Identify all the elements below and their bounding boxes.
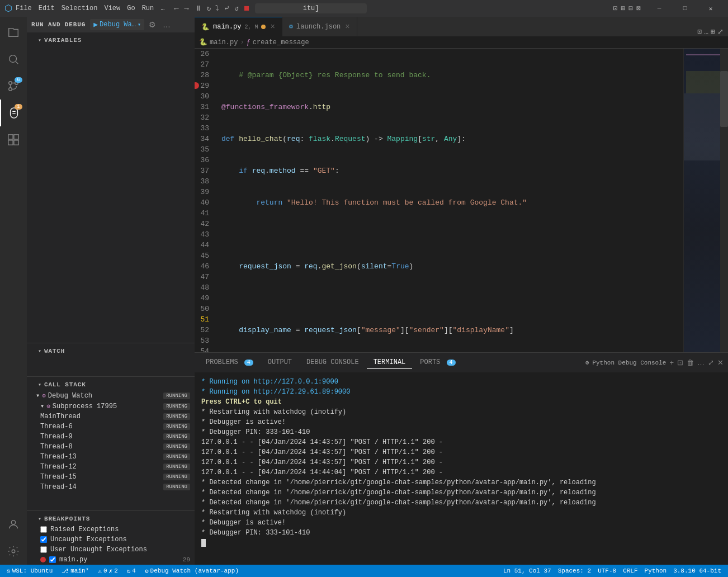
bp-user-uncaught[interactable]: User Uncaught Exceptions (27, 545, 195, 555)
menu-selection[interactable]: Selection (62, 4, 98, 12)
activity-extensions[interactable] (0, 126, 27, 153)
nav-back-button[interactable]: ← (172, 4, 180, 13)
thread-label: Thread-13 (40, 453, 77, 461)
bp-uncaught-exceptions-label: Uncaught Exceptions (50, 536, 127, 543)
panel-tab-ports[interactable]: PORTS 4 (413, 356, 462, 369)
close-button[interactable]: ✕ (698, 0, 724, 17)
nav-forward-button[interactable]: → (182, 4, 190, 13)
minimap-scrollbar-thumb[interactable] (720, 71, 728, 127)
split-editor-icon[interactable]: ⊡ (698, 27, 702, 36)
panel-split-button[interactable]: ⊡ (677, 358, 683, 367)
panel-more-button[interactable]: … (697, 358, 705, 367)
editor-maximize-icon[interactable]: ⤢ (717, 27, 724, 36)
menu-edit[interactable]: Edit (39, 4, 55, 12)
thread-mainthread[interactable]: MainThread RUNNING (27, 412, 195, 422)
layout2-icon[interactable]: ⊞ (621, 4, 626, 13)
thread-8[interactable]: Thread-8 RUNNING (27, 442, 195, 452)
thread-status: RUNNING (163, 464, 190, 470)
thread-15[interactable]: Thread-15 RUNNING (27, 472, 195, 482)
panel-tab-problems[interactable]: PROBLEMS 4 (199, 356, 260, 369)
debug-more-button[interactable]: … (160, 19, 173, 30)
watch-header[interactable]: ▾ WATCH (27, 343, 195, 357)
status-sync[interactable]: ↻ 4 (124, 567, 139, 575)
layout-icon[interactable]: ⊡ (613, 4, 618, 13)
panel-add-button[interactable]: + (669, 358, 674, 367)
bp-raised-exceptions-checkbox[interactable] (40, 526, 47, 533)
bp-uncaught-exceptions[interactable]: Uncaught Exceptions (27, 535, 195, 545)
callstack-group-debug-watch[interactable]: ▾ ⚙ Debug Watch RUNNING (27, 390, 195, 401)
menu-more[interactable]: … (160, 4, 164, 12)
breakpoints-header[interactable]: ▾ BREAKPOINTS (27, 511, 195, 524)
activity-account[interactable] (0, 511, 27, 538)
thread-14[interactable]: Thread-14 RUNNING (27, 482, 195, 492)
status-sync-label: 4 (132, 567, 136, 574)
terminal-line-9: 127.0.0.1 - - [04/Jan/2024 14:43:57] "PO… (201, 457, 721, 467)
status-errors[interactable]: ⚠ 0 ✗ 2 (94, 567, 121, 575)
panel-maximize-button[interactable]: ⤢ (708, 358, 714, 367)
sync-icon: ↻ (127, 567, 131, 575)
activity-debug[interactable]: 1 (0, 100, 27, 126)
maximize-button[interactable]: □ (672, 0, 698, 17)
bp-uncaught-exceptions-checkbox[interactable] (40, 536, 47, 543)
status-spaces[interactable]: Spaces: 2 (555, 567, 594, 574)
panel-close-button[interactable]: ✕ (717, 358, 724, 367)
thread-12[interactable]: Thread-12 RUNNING (27, 462, 195, 472)
status-language[interactable]: Python (641, 567, 670, 574)
breadcrumb-symbol[interactable]: create_message (253, 39, 309, 46)
menu-file[interactable]: File (16, 4, 32, 12)
layout4-icon[interactable]: ⊠ (636, 4, 641, 13)
activity-settings[interactable] (0, 538, 27, 565)
breadcrumb-file[interactable]: main.py (210, 39, 238, 46)
menu-view[interactable]: View (104, 4, 120, 12)
menu-run[interactable]: Run (142, 4, 154, 12)
tab-mainpy-modified (261, 25, 266, 29)
tab-mainpy[interactable]: 🐍 main.py 2, M × (195, 17, 282, 36)
code-content[interactable]: # @param {Object} res Response to send b… (217, 49, 683, 352)
callstack-subprocess[interactable]: ▾ ⚙ Subprocess 17995 RUNNING (27, 401, 195, 412)
panel-tab-debug-console[interactable]: DEBUG CONSOLE (300, 356, 366, 369)
bp-dot-icon (40, 557, 46, 562)
thread-9[interactable]: Thread-9 RUNNING (27, 432, 195, 442)
status-encoding[interactable]: UTF-8 (594, 567, 620, 574)
code-editor[interactable]: 26 27 28 29 30 31 32 33 34 35 36 37 38 (195, 49, 683, 352)
tab-launchjson-close[interactable]: × (345, 22, 349, 31)
panel-tab-output[interactable]: OUTPUT (261, 356, 299, 369)
activity-search[interactable] (0, 46, 27, 73)
menu-go[interactable]: Go (127, 4, 135, 12)
status-eol[interactable]: CRLF (620, 567, 641, 574)
layout3-icon[interactable]: ⊟ (628, 4, 633, 13)
debug-stepover-icon: ⤵ (215, 4, 219, 13)
panel-console-label: Python Debug Console (592, 360, 666, 366)
minimize-button[interactable]: ─ (646, 0, 672, 17)
json-file-icon: ⚙ (289, 22, 293, 31)
bp-mainpy-label: main.py (59, 556, 87, 564)
activity-explorer[interactable] (0, 19, 27, 46)
terminal-line-16: * Debugger PIN: 333-101-410 (201, 528, 721, 538)
panel-tab-terminal[interactable]: TERMINAL (367, 356, 413, 369)
ln-43: 43 (195, 229, 212, 240)
status-remote[interactable]: ⎋ WSL: Ubuntu (3, 567, 56, 575)
activity-source-control[interactable]: 6 (0, 73, 27, 100)
variables-section: ▾ VARIABLES (27, 32, 195, 343)
terminal-content[interactable]: * Running on http://127.0.0.1:9000 * Run… (195, 372, 728, 565)
thread-13[interactable]: Thread-13 RUNNING (27, 452, 195, 462)
thread-6[interactable]: Thread-6 RUNNING (27, 422, 195, 432)
status-debug-session[interactable]: ⚙ Debug Watch (avatar-app) (141, 567, 242, 575)
debug-config-selector[interactable]: ▶ Debug Wa… ▾ (90, 19, 144, 30)
bp-mainpy[interactable]: main.py 29 (27, 555, 195, 565)
titlebar: ⬡ File Edit Selection View Go Run … ← → … (0, 0, 728, 17)
status-cursor-pos[interactable]: Ln 51, Col 37 (500, 567, 555, 574)
bp-user-uncaught-checkbox[interactable] (40, 546, 47, 553)
debug-settings-button[interactable]: ⚙ (146, 19, 158, 30)
tab-mainpy-close[interactable]: × (270, 22, 275, 31)
editor-layout-icon[interactable]: ⊞ (711, 27, 715, 36)
bp-raised-exceptions[interactable]: Raised Exceptions (27, 524, 195, 535)
more-actions-icon[interactable]: … (704, 28, 708, 36)
bp-mainpy-checkbox[interactable] (49, 556, 56, 563)
callstack-header[interactable]: ▾ CALL STACK (27, 377, 195, 390)
panel-trash-button[interactable]: 🗑 (687, 358, 694, 367)
tab-launchjson[interactable]: ⚙ launch.json × (282, 17, 357, 36)
status-python-version[interactable]: 3.8.10 64-bit (670, 567, 725, 574)
variables-header[interactable]: ▾ VARIABLES (27, 32, 195, 46)
status-branch[interactable]: ⎇ main* (58, 567, 92, 575)
